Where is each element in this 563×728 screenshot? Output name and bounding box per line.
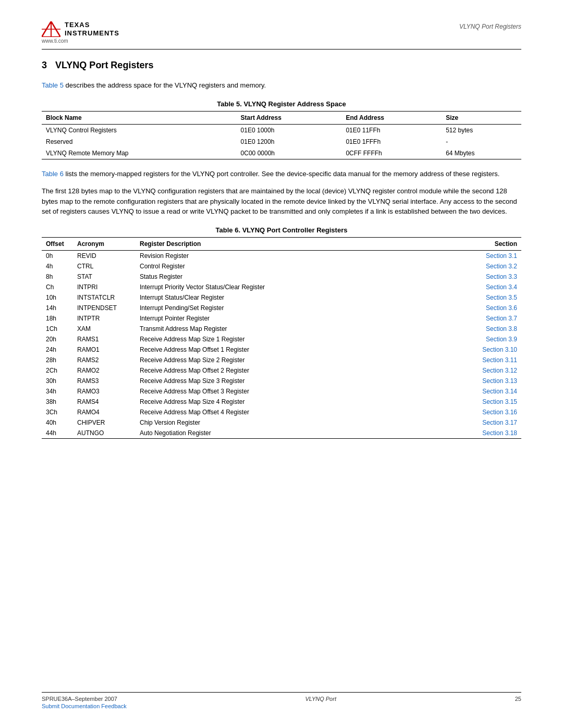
feedback-link[interactable]: Submit Documentation Feedback	[42, 703, 127, 709]
logo-box: Texas Instruments	[42, 21, 119, 37]
logo-area: Texas Instruments www.ti.com	[42, 21, 119, 44]
table-row: ChINTPRIInterrupt Priority Vector Status…	[42, 282, 521, 292]
section-link[interactable]: Section 3.11	[482, 356, 517, 364]
section-number: 3	[42, 60, 47, 71]
table5-container: Table 5. VLYNQ Register Address Space Bl…	[42, 100, 521, 159]
table-row: 1ChXAMTransmit Address Map RegisterSecti…	[42, 324, 521, 334]
table-row: 3ChRAMO4Receive Address Map Offset 4 Reg…	[42, 407, 521, 417]
col-register-description: Register Description	[136, 237, 469, 250]
table-row: 10hINTSTATCLRInterrupt Status/Clear Regi…	[42, 292, 521, 303]
table-row: 38hRAMS4Receive Address Map Size 4 Regis…	[42, 397, 521, 407]
section-title: VLYNQ Port Registers	[55, 60, 153, 71]
table-row: 14hINTPENDSETInterrupt Pending/Set Regis…	[42, 303, 521, 313]
col-end-address: End Address	[341, 111, 442, 124]
table6-link[interactable]: Table 6	[42, 170, 64, 178]
footer-left: SPRUE36A–September 2007 Submit Documenta…	[42, 696, 127, 709]
section-link[interactable]: Section 3.3	[486, 273, 517, 280]
page-footer: SPRUE36A–September 2007 Submit Documenta…	[42, 692, 521, 709]
table-row: 34hRAMO3Receive Address Map Offset 3 Reg…	[42, 386, 521, 397]
logo-url: www.ti.com	[42, 38, 119, 44]
col-acronym: Acronym	[73, 237, 136, 250]
ti-logo-icon	[42, 21, 60, 37]
col-start-address: Start Address	[237, 111, 342, 124]
header-section-label: VLYNQ Port Registers	[459, 21, 521, 30]
col-block-name: Block Name	[42, 111, 237, 124]
table5-title: Table 5. VLYNQ Register Address Space	[42, 100, 521, 108]
section-link[interactable]: Section 3.15	[482, 398, 517, 405]
section-link[interactable]: Section 3.7	[486, 315, 517, 322]
footer-doc-id: SPRUE36A–September 2007	[42, 696, 127, 702]
section-link[interactable]: Section 3.6	[486, 304, 517, 312]
section-link[interactable]: Section 3.9	[486, 336, 517, 343]
section-link[interactable]: Section 3.18	[482, 429, 517, 437]
table-row: 30hRAMS3Receive Address Map Size 3 Regis…	[42, 376, 521, 386]
table-row: Reserved01E0 1200h01E0 1FFFh-	[42, 136, 521, 147]
table-row: 40hCHIPVERChip Version RegisterSection 3…	[42, 417, 521, 428]
table6-title: Table 6. VLYNQ Port Controller Registers	[42, 226, 521, 234]
section-link[interactable]: Section 3.8	[486, 325, 517, 332]
col-size: Size	[442, 111, 521, 124]
table-row: 4hCTRLControl RegisterSection 3.2	[42, 261, 521, 272]
table5: Block Name Start Address End Address Siz…	[42, 111, 521, 159]
paragraph2: Table 6 lists the memory-mapped register…	[42, 169, 521, 179]
footer-center-text: VLYNQ Port	[305, 696, 336, 702]
table-row: 2ChRAMO2Receive Address Map Offset 2 Reg…	[42, 365, 521, 376]
section-link[interactable]: Section 3.16	[482, 409, 517, 416]
intro-paragraph: Table 5 describes the address space for …	[42, 80, 521, 91]
table6-header-row: Offset Acronym Register Description Sect…	[42, 237, 521, 250]
table-row: VLYNQ Remote Memory Map0C00 0000h0CFF FF…	[42, 147, 521, 159]
intro-text: describes the address space for the VLYN…	[66, 81, 266, 89]
table-row: 28hRAMS2Receive Address Map Size 2 Regis…	[42, 355, 521, 365]
footer-page-number: 25	[515, 696, 521, 702]
section-heading: 3 VLYNQ Port Registers	[42, 60, 521, 71]
paragraph3: The first 128 bytes map to the VLYNQ con…	[42, 186, 521, 217]
table-row: 0hREVIDRevision RegisterSection 3.1	[42, 250, 521, 261]
table5-link[interactable]: Table 5	[42, 81, 64, 89]
table6: Offset Acronym Register Description Sect…	[42, 237, 521, 439]
section-link[interactable]: Section 3.1	[486, 252, 517, 260]
logo-text: Texas Instruments	[65, 21, 119, 37]
table-row: 20hRAMS1Receive Address Map Size 1 Regis…	[42, 334, 521, 344]
section-link[interactable]: Section 3.5	[486, 294, 517, 301]
section-link[interactable]: Section 3.2	[486, 263, 517, 270]
table6-container: Table 6. VLYNQ Port Controller Registers…	[42, 226, 521, 439]
table5-header-row: Block Name Start Address End Address Siz…	[42, 111, 521, 124]
col-section: Section	[469, 237, 521, 250]
table-row: 8hSTATStatus RegisterSection 3.3	[42, 272, 521, 282]
table-row: 24hRAMO1Receive Address Map Offset 1 Reg…	[42, 344, 521, 355]
page: Texas Instruments www.ti.com VLYNQ Port …	[0, 0, 563, 728]
section-link[interactable]: Section 3.12	[482, 367, 517, 374]
section-link[interactable]: Section 3.4	[486, 283, 517, 291]
table-row: 18hINTPTRInterrupt Pointer RegisterSecti…	[42, 313, 521, 324]
col-offset: Offset	[42, 237, 73, 250]
section-link[interactable]: Section 3.10	[482, 346, 517, 353]
section-link[interactable]: Section 3.13	[482, 377, 517, 385]
section-link[interactable]: Section 3.14	[482, 388, 517, 395]
table-row: 44hAUTNGOAuto Negotiation RegisterSectio…	[42, 428, 521, 439]
page-header: Texas Instruments www.ti.com VLYNQ Port …	[42, 21, 521, 50]
section-link[interactable]: Section 3.17	[482, 419, 517, 426]
table-row: VLYNQ Control Registers01E0 1000h01E0 11…	[42, 124, 521, 136]
